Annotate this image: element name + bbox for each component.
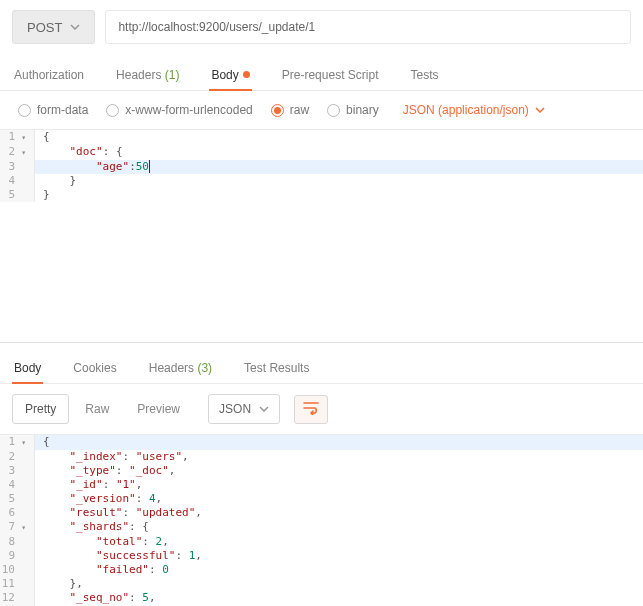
wrap-icon bbox=[303, 401, 319, 418]
code-line: 1▾{ bbox=[0, 435, 643, 450]
chevron-down-icon bbox=[259, 406, 269, 412]
code-line: 9 "successful": 1, bbox=[0, 549, 643, 563]
pretty-button[interactable]: Pretty bbox=[12, 394, 69, 424]
content-type-selector[interactable]: JSON (application/json) bbox=[403, 103, 545, 117]
code-line: 4 } bbox=[0, 174, 643, 188]
unsaved-dot-icon bbox=[243, 71, 250, 78]
http-method-selector[interactable]: POST bbox=[12, 10, 95, 44]
wrap-lines-button[interactable] bbox=[294, 395, 328, 424]
chevron-down-icon bbox=[70, 24, 80, 30]
tab-authorization[interactable]: Authorization bbox=[12, 60, 86, 90]
code-line: 10 "failed": 0 bbox=[0, 563, 643, 577]
tab-headers[interactable]: Headers (1) bbox=[114, 60, 181, 90]
tab-prerequest[interactable]: Pre-request Script bbox=[280, 60, 381, 90]
code-line: 1▾{ bbox=[0, 130, 643, 145]
code-line: 3 "age":50 bbox=[0, 160, 643, 174]
tab-tests[interactable]: Tests bbox=[408, 60, 440, 90]
code-line: 5} bbox=[0, 188, 643, 202]
code-line: 4 "_id": "1", bbox=[0, 478, 643, 492]
code-line: 8 "total": 2, bbox=[0, 535, 643, 549]
code-line: 3 "_type": "_doc", bbox=[0, 464, 643, 478]
raw-button[interactable]: Raw bbox=[73, 395, 121, 423]
radio-urlencoded[interactable]: x-www-form-urlencoded bbox=[106, 103, 252, 117]
request-body-editor[interactable]: 1▾{2▾ "doc": {3 "age":504 }5} bbox=[0, 129, 643, 202]
url-input[interactable] bbox=[105, 10, 631, 44]
response-body-viewer[interactable]: 1▾{2 "_index": "users",3 "_type": "_doc"… bbox=[0, 434, 643, 606]
code-line: 2 "_index": "users", bbox=[0, 450, 643, 464]
code-line: 7▾ "_shards": { bbox=[0, 520, 643, 535]
code-line: 2▾ "doc": { bbox=[0, 145, 643, 160]
radio-binary[interactable]: binary bbox=[327, 103, 379, 117]
code-line: 12 "_seq_no": 5, bbox=[0, 591, 643, 605]
radio-raw[interactable]: raw bbox=[271, 103, 309, 117]
response-tab-headers[interactable]: Headers (3) bbox=[147, 353, 214, 383]
response-tab-body[interactable]: Body bbox=[12, 353, 43, 383]
chevron-down-icon bbox=[535, 107, 545, 113]
response-tab-cookies[interactable]: Cookies bbox=[71, 353, 118, 383]
code-line: 5 "_version": 4, bbox=[0, 492, 643, 506]
code-line: 6 "result": "updated", bbox=[0, 506, 643, 520]
code-line: 11 }, bbox=[0, 577, 643, 591]
preview-button[interactable]: Preview bbox=[125, 395, 192, 423]
http-method-value: POST bbox=[27, 20, 62, 35]
response-tab-testresults[interactable]: Test Results bbox=[242, 353, 311, 383]
tab-body[interactable]: Body bbox=[209, 60, 251, 90]
radio-formdata[interactable]: form-data bbox=[18, 103, 88, 117]
response-format-selector[interactable]: JSON bbox=[208, 394, 280, 424]
